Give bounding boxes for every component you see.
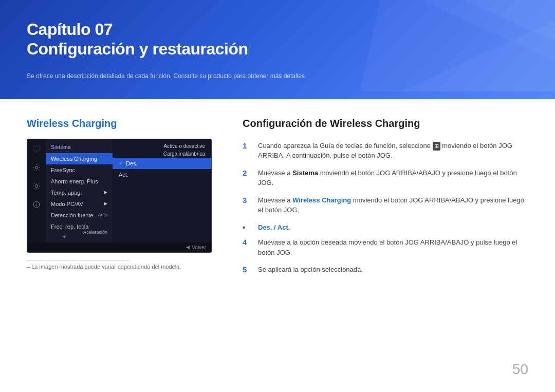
submenu-des-label: Des. bbox=[126, 160, 138, 166]
menu-panel: Sistema Wireless Charging FreeSync Ahorr… bbox=[46, 139, 211, 242]
submenu-panel: Active o desactive Carga inalámbrica ✓ D… bbox=[113, 139, 211, 242]
menu-list: Sistema Wireless Charging FreeSync Ahorr… bbox=[46, 139, 113, 242]
menu-item-temp[interactable]: Temp. apag. ▶ bbox=[46, 187, 113, 198]
step-number-4: 4 bbox=[243, 238, 253, 247]
step-text-4: Muévase a la opción deseada moviendo el … bbox=[258, 237, 528, 257]
des-act-label: Des. / Act. bbox=[258, 223, 290, 231]
check-icon: ✓ bbox=[119, 160, 123, 166]
step-text-5: Se aplicará la opción seleccionada. bbox=[258, 265, 363, 275]
bullet-item-des-act: • Des. / Act. bbox=[243, 222, 528, 233]
icon-info bbox=[31, 199, 42, 210]
menu-item-frec[interactable]: Frec. rep. tecla Aceleración bbox=[46, 221, 113, 232]
sistema-bold: Sistema bbox=[292, 169, 318, 177]
step-number-5: 5 bbox=[243, 265, 253, 274]
icon-settings2 bbox=[31, 180, 42, 192]
wireless-charging-bold: Wireless Charging bbox=[292, 196, 351, 204]
page-number: 50 bbox=[512, 361, 528, 378]
step-number-1: 1 bbox=[243, 141, 253, 150]
step-text-2: Muévase a Sistema moviendo el botón JOG … bbox=[258, 168, 528, 188]
menu-item-modo[interactable]: Modo PC/AV ▶ bbox=[46, 198, 113, 210]
svg-rect-0 bbox=[33, 146, 40, 151]
step-item-2: 2 Muévase a Sistema moviendo el botón JO… bbox=[243, 168, 528, 188]
icon-monitor bbox=[31, 143, 42, 155]
step-text-1: Cuando aparezca la Guía de teclas de fun… bbox=[258, 141, 528, 161]
chapter-title: Configuración y restauración bbox=[27, 39, 528, 59]
submenu-item-act[interactable]: Act. bbox=[113, 169, 211, 180]
image-caption: – La imagen mostrada puede variar depend… bbox=[27, 264, 222, 270]
step-number-2: 2 bbox=[243, 169, 253, 177]
menu-item-freesync[interactable]: FreeSync bbox=[46, 164, 113, 176]
chapter-number: Capítulo 07 bbox=[27, 20, 528, 39]
left-column: Wireless Charging bbox=[27, 118, 222, 282]
arrow-left-icon: ◀ bbox=[186, 245, 190, 250]
menu-bottom-bar: ◀ Volver bbox=[27, 242, 211, 252]
menu-header: Sistema bbox=[46, 142, 113, 153]
submenu-header-1: Active o desactive bbox=[113, 142, 211, 150]
step-item-3: 3 Muévase a Wireless Charging moviendo e… bbox=[243, 195, 528, 215]
menu-bar: Sistema Wireless Charging FreeSync Ahorr… bbox=[27, 139, 211, 242]
menu-item-wireless[interactable]: Wireless Charging bbox=[46, 153, 113, 164]
volver-label: Volver bbox=[192, 245, 206, 250]
monitor-mockup: Sistema Wireless Charging FreeSync Ahorr… bbox=[27, 139, 212, 253]
config-section-title: Configuración de Wireless Charging bbox=[243, 118, 528, 129]
svg-point-3 bbox=[35, 166, 38, 169]
bullet-text-des-act: Des. / Act. bbox=[258, 222, 290, 233]
jog-icon: ⊞ bbox=[433, 142, 440, 151]
menu-icons bbox=[27, 139, 46, 242]
menu-item-deteccion[interactable]: Detección fuente Auto bbox=[46, 210, 113, 221]
submenu-header-2: Carga inalámbrica bbox=[113, 150, 211, 158]
menu-item-ahorro[interactable]: Ahorro energ. Plus bbox=[46, 176, 113, 187]
icon-settings1 bbox=[31, 162, 42, 173]
caption-line bbox=[27, 260, 130, 260]
page-wrapper: Capítulo 07 Configuración y restauración… bbox=[0, 0, 555, 392]
section-title-wireless: Wireless Charging bbox=[27, 118, 222, 129]
main-content: Wireless Charging bbox=[0, 99, 555, 301]
svg-point-7 bbox=[36, 202, 36, 203]
step-text-3: Muévase a Wireless Charging moviendo el … bbox=[258, 195, 528, 215]
step-item-4: 4 Muévase a la opción deseada moviendo e… bbox=[243, 237, 528, 257]
step-item-5: 5 Se aplicará la opción seleccionada. bbox=[243, 265, 528, 275]
svg-point-4 bbox=[35, 184, 38, 187]
step-number-3: 3 bbox=[243, 196, 253, 204]
step-list: 1 Cuando aparezca la Guía de teclas de f… bbox=[243, 141, 528, 275]
chapter-subtitle: Se ofrece una descripción detallada de c… bbox=[27, 72, 528, 80]
step-item-1: 1 Cuando aparezca la Guía de teclas de f… bbox=[243, 141, 528, 161]
bullet-dot-symbol: • bbox=[243, 223, 253, 232]
submenu-item-des[interactable]: ✓ Des. bbox=[113, 158, 211, 169]
header-banner: Capítulo 07 Configuración y restauración… bbox=[0, 0, 555, 99]
right-column: Configuración de Wireless Charging 1 Cua… bbox=[243, 118, 528, 282]
